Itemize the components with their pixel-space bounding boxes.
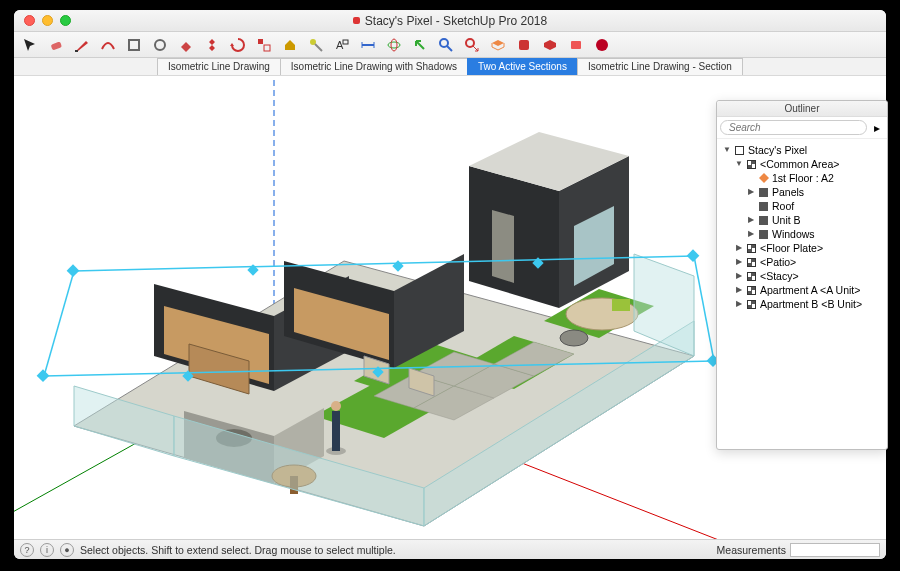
outliner-search-input[interactable] bbox=[720, 120, 867, 135]
svg-point-14 bbox=[391, 39, 397, 51]
filled-icon bbox=[758, 187, 769, 198]
fire-pit bbox=[560, 330, 588, 346]
section-icon[interactable] bbox=[490, 37, 506, 53]
scene-tab[interactable]: Isometric Line Drawing bbox=[157, 58, 281, 75]
select-arrow-icon[interactable] bbox=[22, 37, 38, 53]
zoom-button[interactable] bbox=[60, 15, 71, 26]
extension-icon[interactable] bbox=[568, 37, 584, 53]
disclosure-icon[interactable]: ▶ bbox=[735, 255, 743, 269]
pan-icon[interactable] bbox=[412, 37, 428, 53]
model-icon bbox=[734, 145, 745, 156]
disclosure-icon[interactable]: ▶ bbox=[735, 283, 743, 297]
tree-item-label: Unit B bbox=[772, 213, 801, 227]
svg-rect-1 bbox=[75, 50, 78, 52]
disclosure-icon[interactable]: ▼ bbox=[723, 143, 731, 157]
scene-tab[interactable]: Isometric Line Drawing with Shadows bbox=[280, 58, 468, 75]
tree-item-label: <Patio> bbox=[760, 255, 796, 269]
tree-row[interactable]: ▶Unit B bbox=[719, 213, 885, 227]
building-unit-b bbox=[469, 132, 629, 308]
svg-rect-50 bbox=[332, 411, 340, 451]
tree-row[interactable]: ▶Apartment A <A Unit> bbox=[719, 283, 885, 297]
window-title: Stacy's Pixel - SketchUp Pro 2018 bbox=[14, 14, 886, 28]
svg-point-20 bbox=[596, 39, 608, 51]
layer-icon[interactable] bbox=[516, 37, 532, 53]
outliner-title: Outliner bbox=[717, 101, 887, 117]
outliner-panel[interactable]: Outliner ▸ ▼Stacy's Pixel▼<Common Area>1… bbox=[716, 100, 888, 450]
svg-line-7 bbox=[315, 44, 322, 51]
disclosure-icon[interactable]: ▶ bbox=[735, 269, 743, 283]
tree-row[interactable]: ▶Panels bbox=[719, 185, 885, 199]
svg-rect-18 bbox=[519, 40, 529, 50]
rectangle-icon[interactable] bbox=[126, 37, 142, 53]
tree-item-label: <Floor Plate> bbox=[760, 241, 823, 255]
tree-row[interactable]: ▶<Stacy> bbox=[719, 269, 885, 283]
tree-item-label: 1st Floor : A2 bbox=[772, 171, 834, 185]
eraser-icon[interactable] bbox=[48, 37, 64, 53]
rotate-icon[interactable] bbox=[230, 37, 246, 53]
outliner-search-row: ▸ bbox=[717, 117, 887, 139]
disclosure-icon[interactable]: ▶ bbox=[747, 213, 755, 227]
disclosure-icon[interactable]: ▼ bbox=[735, 157, 743, 171]
tree-row[interactable]: Roof bbox=[719, 199, 885, 213]
disclosure-icon[interactable]: ▶ bbox=[735, 297, 743, 311]
scale-icon[interactable] bbox=[256, 37, 272, 53]
text-icon[interactable]: A bbox=[334, 37, 350, 53]
info-icon[interactable]: i bbox=[40, 543, 54, 557]
svg-rect-5 bbox=[264, 45, 270, 51]
tree-row[interactable]: ▼Stacy's Pixel bbox=[719, 143, 885, 157]
tree-item-label: Panels bbox=[772, 185, 804, 199]
disclosure-icon[interactable]: ▶ bbox=[735, 241, 743, 255]
scene-tab[interactable]: Two Active Sections bbox=[467, 58, 578, 75]
comp4-icon bbox=[746, 159, 757, 170]
status-hint: Select objects. Shift to extend select. … bbox=[80, 544, 396, 556]
svg-point-51 bbox=[331, 401, 341, 411]
user-icon[interactable]: ● bbox=[60, 543, 74, 557]
move-icon[interactable] bbox=[204, 37, 220, 53]
tree-item-label: Roof bbox=[772, 199, 794, 213]
tree-row[interactable]: ▶Apartment B <B Unit> bbox=[719, 297, 885, 311]
minimize-button[interactable] bbox=[42, 15, 53, 26]
document-modified-icon bbox=[353, 17, 360, 24]
zoom-icon[interactable] bbox=[438, 37, 454, 53]
svg-line-54 bbox=[44, 271, 74, 376]
measurements-input[interactable] bbox=[790, 543, 880, 557]
measurements-label: Measurements bbox=[717, 544, 786, 556]
disclosure-icon[interactable]: ▶ bbox=[747, 185, 755, 199]
tree-row[interactable]: ▶<Floor Plate> bbox=[719, 241, 885, 255]
window-controls bbox=[24, 15, 71, 26]
svg-point-3 bbox=[155, 40, 165, 50]
circle-icon[interactable] bbox=[152, 37, 168, 53]
orbit-icon[interactable] bbox=[386, 37, 402, 53]
scene-tab[interactable]: Isometric Line Drawing - Section bbox=[577, 58, 743, 75]
disclosure-icon[interactable]: ▶ bbox=[747, 227, 755, 241]
svg-rect-56 bbox=[67, 264, 80, 277]
svg-line-16 bbox=[447, 46, 452, 51]
comp4-icon bbox=[746, 257, 757, 268]
tree-row[interactable]: ▶<Patio> bbox=[719, 255, 885, 269]
svg-rect-4 bbox=[258, 39, 263, 44]
tape-icon[interactable] bbox=[308, 37, 324, 53]
tree-row[interactable]: ▶Windows bbox=[719, 227, 885, 241]
svg-point-17 bbox=[466, 39, 474, 47]
statusbar: ? i ● Select objects. Shift to extend se… bbox=[14, 539, 886, 559]
svg-marker-65 bbox=[759, 173, 769, 183]
outliner-menu-icon[interactable]: ▸ bbox=[870, 120, 884, 135]
ruby-icon[interactable] bbox=[594, 37, 610, 53]
arc-icon[interactable] bbox=[100, 37, 116, 53]
svg-point-15 bbox=[440, 39, 448, 47]
outliner-tree[interactable]: ▼Stacy's Pixel▼<Common Area>1st Floor : … bbox=[717, 139, 887, 449]
section-icon bbox=[758, 173, 769, 184]
svg-line-55 bbox=[694, 256, 714, 361]
dimension-icon[interactable] bbox=[360, 37, 376, 53]
filled-icon bbox=[758, 229, 769, 240]
warehouse-icon[interactable] bbox=[542, 37, 558, 53]
paint-bucket-icon[interactable] bbox=[282, 37, 298, 53]
close-button[interactable] bbox=[24, 15, 35, 26]
svg-rect-19 bbox=[571, 41, 581, 49]
pushpull-icon[interactable] bbox=[178, 37, 194, 53]
tree-row[interactable]: 1st Floor : A2 bbox=[719, 171, 885, 185]
pencil-icon[interactable] bbox=[74, 37, 90, 53]
tree-row[interactable]: ▼<Common Area> bbox=[719, 157, 885, 171]
zoom-extents-icon[interactable] bbox=[464, 37, 480, 53]
help-icon[interactable]: ? bbox=[20, 543, 34, 557]
